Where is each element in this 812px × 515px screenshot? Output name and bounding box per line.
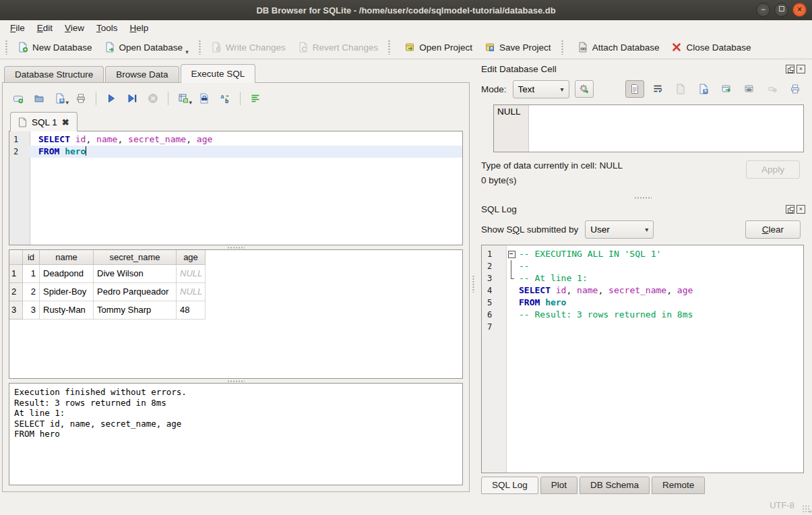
column-header-id[interactable]: id — [23, 250, 40, 265]
toolbar-handle[interactable] — [198, 40, 201, 55]
menu-help[interactable]: Help — [124, 22, 155, 34]
sql-log-dock-title: SQL Log × — [481, 202, 805, 216]
row-number[interactable]: 1 — [9, 265, 23, 283]
resize-grip[interactable] — [802, 505, 810, 513]
import-cell-data-button[interactable]: ▾ — [671, 80, 690, 98]
sql-log-view[interactable]: 1-- EXECUTING ALL IN 'SQL 1'2--3-- At li… — [481, 245, 804, 473]
attach-database-button[interactable]: Attach Database — [571, 38, 666, 57]
row-number[interactable]: 3 — [9, 301, 23, 320]
table-cell[interactable]: 1 — [23, 265, 40, 283]
sql-editor[interactable]: 1SELECT id, name, secret_name, age2FROM … — [9, 131, 463, 245]
float-panel-icon[interactable] — [786, 65, 794, 73]
column-header-name[interactable]: name — [40, 250, 94, 265]
write-changes-button: Write Changes — [205, 38, 292, 57]
mode-select[interactable]: Text ▾ — [513, 80, 569, 98]
horizontal-splitter[interactable] — [9, 379, 463, 383]
open-sql-file-button[interactable] — [31, 90, 47, 107]
table-cell[interactable]: 3 — [23, 301, 40, 320]
results-table[interactable]: idnamesecret_nameage11DeadpondDive Wilso… — [9, 249, 463, 379]
table-cell[interactable]: Rusty-Man — [40, 301, 94, 320]
export-dropdown-icon[interactable]: ▾ — [189, 99, 192, 106]
toolbar-handle[interactable] — [387, 40, 391, 55]
table-cell[interactable]: NULL — [177, 283, 206, 301]
bottom-tab-db-schema[interactable]: DB Schema — [580, 477, 650, 494]
save-dropdown-icon[interactable]: ▾ — [65, 99, 69, 106]
code-text: SELECT id, name, secret_name, age — [30, 133, 462, 146]
table-cell[interactable]: Spider-Boy — [40, 283, 94, 301]
toolbar-handle[interactable] — [561, 40, 564, 55]
sql-toolbar: ▾ ▾ ab — [9, 88, 463, 109]
save-sql-file-button[interactable]: ▾ — [52, 90, 68, 107]
table-cell[interactable]: Tommy Sharp — [94, 301, 177, 320]
table-cell[interactable]: 2 — [23, 283, 40, 301]
cell-value-editor[interactable]: NULL — [493, 104, 804, 152]
execute-line-button[interactable] — [124, 90, 140, 107]
table-corner — [9, 250, 23, 265]
encoding-indicator[interactable]: UTF-8 — [770, 500, 794, 510]
sql-doc-tab[interactable]: SQL 1 ✖ — [10, 112, 77, 131]
bottom-tab-sql-log[interactable]: SQL Log — [481, 477, 538, 494]
fold-column — [506, 321, 516, 333]
menu-tools[interactable]: Tools — [90, 22, 124, 34]
table-cell[interactable]: Dive Wilson — [94, 265, 177, 283]
column-header-secret-name[interactable]: secret_name — [94, 250, 177, 265]
close-panel-icon[interactable]: × — [797, 205, 805, 214]
open-database-dropdown-icon[interactable]: ▾ — [185, 49, 189, 55]
tab-browse-data[interactable]: Browse Data — [105, 66, 179, 82]
horizontal-splitter[interactable] — [479, 195, 806, 200]
submitter-select[interactable]: User ▾ — [585, 220, 654, 239]
menu-file[interactable]: File — [4, 22, 31, 34]
clear-button[interactable]: Clear — [745, 220, 801, 239]
table-cell[interactable]: Deadpond — [40, 265, 94, 283]
column-header-age[interactable]: age — [177, 250, 206, 265]
tab-database-structure[interactable]: Database Structure — [4, 66, 104, 82]
save-project-button[interactable]: Save Project — [478, 38, 557, 57]
minimize-button[interactable]: − — [756, 3, 770, 17]
execute-all-button[interactable] — [103, 90, 119, 107]
print-cell-button[interactable] — [786, 80, 805, 98]
maximize-button[interactable] — [774, 3, 788, 17]
chevron-down-icon: ▾ — [638, 226, 648, 233]
bottom-tab-remote[interactable]: Remote — [652, 477, 705, 494]
vertical-splitter[interactable] — [472, 59, 475, 495]
table-cell[interactable]: 48 — [177, 301, 206, 320]
float-panel-icon[interactable] — [786, 205, 794, 214]
new-database-button[interactable]: New Database — [11, 38, 98, 57]
open-sql-tab-button[interactable] — [10, 90, 26, 107]
table-cell[interactable]: Pedro Parqueador — [94, 283, 177, 301]
tab-execute-sql[interactable]: Execute SQL — [181, 64, 256, 83]
table-cell[interactable]: NULL — [177, 265, 206, 283]
close-button[interactable]: × — [792, 3, 807, 17]
row-number[interactable]: 2 — [9, 283, 23, 301]
close-tab-icon[interactable]: ✖ — [62, 117, 69, 127]
word-wrap-button[interactable] — [648, 80, 667, 98]
open-database-button[interactable]: Open Database ▾ — [98, 38, 195, 57]
table-header-row: idnamesecret_nameage — [9, 250, 462, 265]
save-project-icon — [485, 42, 495, 53]
open-project-button[interactable]: Open Project — [398, 38, 478, 57]
cell-value-area[interactable] — [529, 105, 803, 152]
export-results-button[interactable]: ▾ — [175, 90, 191, 107]
find-button[interactable] — [196, 90, 212, 107]
line-number: 3 — [482, 272, 506, 284]
export-cell-data-button[interactable] — [694, 80, 713, 98]
titlebar[interactable]: DB Browser for SQLite - /home/user/code/… — [0, 0, 812, 20]
format-sql-button[interactable] — [247, 90, 263, 107]
code-text: SELECT id, name, secret_name, age — [516, 284, 803, 297]
fold-marker-icon[interactable] — [506, 248, 516, 260]
copy-link-button[interactable] — [740, 80, 759, 98]
apply-cell-changes-button[interactable] — [575, 80, 594, 98]
revert-changes-button: Revert Changes — [292, 38, 385, 57]
close-database-button[interactable]: Close Database — [665, 38, 757, 57]
text-mode-button[interactable] — [625, 80, 644, 98]
toolbar-handle[interactable] — [5, 40, 8, 55]
open-in-external-button[interactable] — [717, 80, 736, 98]
horizontal-splitter[interactable] — [9, 245, 463, 249]
replace-button[interactable]: ab — [217, 90, 233, 107]
close-panel-icon[interactable]: × — [797, 65, 805, 73]
menu-edit[interactable]: Edit — [31, 22, 59, 34]
menu-view[interactable]: View — [59, 22, 90, 34]
print-button[interactable] — [73, 90, 89, 107]
chevron-down-icon: ▾ — [554, 86, 564, 93]
bottom-tab-plot[interactable]: Plot — [540, 477, 577, 494]
